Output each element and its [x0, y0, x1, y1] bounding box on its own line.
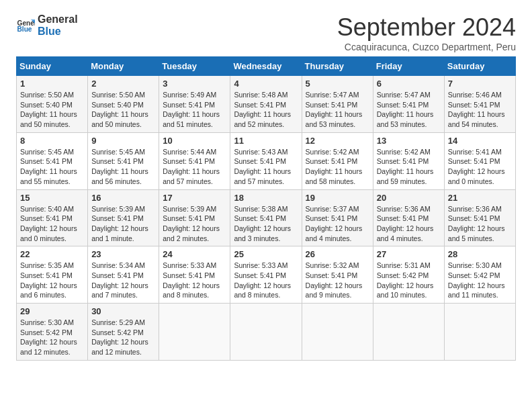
logo-icon: General Blue — [16, 16, 35, 35]
day-number: 7 — [448, 79, 512, 89]
week-row-4: 22Sunrise: 5:35 AM Sunset: 5:41 PM Dayli… — [17, 246, 516, 304]
calendar-cell: 21Sunrise: 5:36 AM Sunset: 5:41 PM Dayli… — [444, 189, 515, 246]
month-title: September 2024 — [337, 13, 516, 42]
day-number: 19 — [306, 193, 369, 203]
column-header-monday: Monday — [88, 57, 159, 76]
day-info: Sunrise: 5:39 AM Sunset: 5:41 PM Dayligh… — [163, 204, 226, 244]
day-number: 5 — [306, 79, 369, 89]
day-number: 4 — [234, 79, 298, 89]
calendar-cell: 15Sunrise: 5:40 AM Sunset: 5:41 PM Dayli… — [17, 189, 88, 246]
logo: General Blue General Blue — [16, 13, 78, 38]
day-info: Sunrise: 5:42 AM Sunset: 5:41 PM Dayligh… — [377, 147, 441, 187]
column-header-sunday: Sunday — [17, 57, 88, 76]
calendar-cell: 22Sunrise: 5:35 AM Sunset: 5:41 PM Dayli… — [17, 246, 88, 304]
day-number: 29 — [20, 306, 84, 316]
day-info: Sunrise: 5:46 AM Sunset: 5:41 PM Dayligh… — [448, 90, 512, 130]
column-header-wednesday: Wednesday — [230, 57, 302, 76]
day-info: Sunrise: 5:34 AM Sunset: 5:41 PM Dayligh… — [91, 261, 155, 300]
day-info: Sunrise: 5:49 AM Sunset: 5:41 PM Dayligh… — [163, 90, 226, 130]
calendar-cell: 13Sunrise: 5:42 AM Sunset: 5:41 PM Dayli… — [373, 132, 444, 189]
calendar-cell: 24Sunrise: 5:33 AM Sunset: 5:41 PM Dayli… — [159, 246, 230, 304]
day-info: Sunrise: 5:36 AM Sunset: 5:41 PM Dayligh… — [448, 204, 512, 244]
calendar-cell: 18Sunrise: 5:38 AM Sunset: 5:41 PM Dayli… — [230, 189, 302, 246]
day-number: 26 — [306, 249, 369, 259]
calendar-cell: 14Sunrise: 5:41 AM Sunset: 5:41 PM Dayli… — [444, 132, 515, 189]
day-number: 8 — [20, 136, 84, 146]
day-info: Sunrise: 5:41 AM Sunset: 5:41 PM Dayligh… — [448, 147, 512, 187]
day-number: 22 — [20, 249, 84, 259]
day-info: Sunrise: 5:36 AM Sunset: 5:41 PM Dayligh… — [377, 204, 441, 244]
column-header-thursday: Thursday — [302, 57, 373, 76]
calendar-table: SundayMondayTuesdayWednesdayThursdayFrid… — [16, 56, 516, 361]
calendar-cell: 27Sunrise: 5:31 AM Sunset: 5:42 PM Dayli… — [373, 246, 444, 304]
title-section: September 2024 Ccaquiracunca, Cuzco Depa… — [337, 13, 516, 52]
calendar-cell: 25Sunrise: 5:33 AM Sunset: 5:41 PM Dayli… — [230, 246, 302, 304]
day-info: Sunrise: 5:47 AM Sunset: 5:41 PM Dayligh… — [377, 90, 441, 130]
day-info: Sunrise: 5:45 AM Sunset: 5:41 PM Dayligh… — [91, 147, 155, 187]
day-info: Sunrise: 5:35 AM Sunset: 5:41 PM Dayligh… — [20, 261, 84, 300]
calendar-cell: 28Sunrise: 5:30 AM Sunset: 5:42 PM Dayli… — [444, 246, 515, 304]
day-info: Sunrise: 5:50 AM Sunset: 5:40 PM Dayligh… — [20, 90, 84, 130]
logo-blue: Blue — [38, 26, 78, 38]
day-number: 21 — [448, 193, 512, 203]
calendar-cell: 29Sunrise: 5:30 AM Sunset: 5:42 PM Dayli… — [17, 304, 88, 361]
day-number: 17 — [163, 193, 226, 203]
day-number: 24 — [163, 249, 226, 259]
column-header-tuesday: Tuesday — [159, 57, 230, 76]
calendar-cell: 19Sunrise: 5:37 AM Sunset: 5:41 PM Dayli… — [302, 189, 373, 246]
calendar-cell: 10Sunrise: 5:44 AM Sunset: 5:41 PM Dayli… — [159, 132, 230, 189]
day-number: 14 — [448, 136, 512, 146]
calendar-cell: 12Sunrise: 5:42 AM Sunset: 5:41 PM Dayli… — [302, 132, 373, 189]
week-row-5: 29Sunrise: 5:30 AM Sunset: 5:42 PM Dayli… — [17, 304, 516, 361]
day-info: Sunrise: 5:43 AM Sunset: 5:41 PM Dayligh… — [234, 147, 298, 187]
day-info: Sunrise: 5:29 AM Sunset: 5:42 PM Dayligh… — [91, 318, 155, 357]
day-number: 16 — [91, 193, 155, 203]
day-info: Sunrise: 5:32 AM Sunset: 5:41 PM Dayligh… — [306, 261, 369, 300]
day-number: 25 — [234, 249, 298, 259]
day-number: 3 — [163, 79, 226, 89]
week-row-3: 15Sunrise: 5:40 AM Sunset: 5:41 PM Dayli… — [17, 189, 516, 246]
day-number: 27 — [377, 249, 441, 259]
calendar-cell: 16Sunrise: 5:39 AM Sunset: 5:41 PM Dayli… — [88, 189, 159, 246]
day-info: Sunrise: 5:50 AM Sunset: 5:40 PM Dayligh… — [91, 90, 155, 130]
calendar-cell: 8Sunrise: 5:45 AM Sunset: 5:41 PM Daylig… — [17, 132, 88, 189]
calendar-cell — [373, 304, 444, 361]
calendar-header-row: SundayMondayTuesdayWednesdayThursdayFrid… — [17, 57, 516, 76]
column-header-saturday: Saturday — [444, 57, 515, 76]
day-info: Sunrise: 5:47 AM Sunset: 5:41 PM Dayligh… — [306, 90, 369, 130]
day-info: Sunrise: 5:39 AM Sunset: 5:41 PM Dayligh… — [91, 204, 155, 244]
location-subtitle: Ccaquiracunca, Cuzco Department, Peru — [337, 42, 516, 52]
day-info: Sunrise: 5:44 AM Sunset: 5:41 PM Dayligh… — [163, 147, 226, 187]
calendar-cell: 30Sunrise: 5:29 AM Sunset: 5:42 PM Dayli… — [88, 304, 159, 361]
calendar-cell: 1Sunrise: 5:50 AM Sunset: 5:40 PM Daylig… — [17, 76, 88, 133]
day-number: 6 — [377, 79, 441, 89]
day-number: 1 — [20, 79, 84, 89]
calendar-cell: 3Sunrise: 5:49 AM Sunset: 5:41 PM Daylig… — [159, 76, 230, 133]
calendar-cell: 26Sunrise: 5:32 AM Sunset: 5:41 PM Dayli… — [302, 246, 373, 304]
calendar-cell — [444, 304, 515, 361]
calendar-cell: 4Sunrise: 5:48 AM Sunset: 5:41 PM Daylig… — [230, 76, 302, 133]
day-number: 2 — [91, 79, 155, 89]
day-info: Sunrise: 5:40 AM Sunset: 5:41 PM Dayligh… — [20, 204, 84, 244]
day-number: 9 — [91, 136, 155, 146]
day-number: 11 — [234, 136, 298, 146]
logo-general: General — [38, 13, 78, 26]
column-header-friday: Friday — [373, 57, 444, 76]
calendar-cell — [302, 304, 373, 361]
day-number: 30 — [91, 306, 155, 316]
day-number: 13 — [377, 136, 441, 146]
day-info: Sunrise: 5:42 AM Sunset: 5:41 PM Dayligh… — [306, 147, 369, 187]
calendar-cell: 6Sunrise: 5:47 AM Sunset: 5:41 PM Daylig… — [373, 76, 444, 133]
day-info: Sunrise: 5:38 AM Sunset: 5:41 PM Dayligh… — [234, 204, 298, 244]
day-info: Sunrise: 5:30 AM Sunset: 5:42 PM Dayligh… — [448, 261, 512, 300]
calendar-cell: 17Sunrise: 5:39 AM Sunset: 5:41 PM Dayli… — [159, 189, 230, 246]
day-number: 15 — [20, 193, 84, 203]
day-info: Sunrise: 5:45 AM Sunset: 5:41 PM Dayligh… — [20, 147, 84, 187]
svg-text:Blue: Blue — [17, 26, 32, 34]
day-number: 12 — [306, 136, 369, 146]
page-header: General Blue General Blue September 2024… — [16, 13, 516, 52]
calendar-cell: 2Sunrise: 5:50 AM Sunset: 5:40 PM Daylig… — [88, 76, 159, 133]
day-info: Sunrise: 5:30 AM Sunset: 5:42 PM Dayligh… — [20, 318, 84, 357]
day-info: Sunrise: 5:33 AM Sunset: 5:41 PM Dayligh… — [163, 261, 226, 300]
calendar-cell: 9Sunrise: 5:45 AM Sunset: 5:41 PM Daylig… — [88, 132, 159, 189]
